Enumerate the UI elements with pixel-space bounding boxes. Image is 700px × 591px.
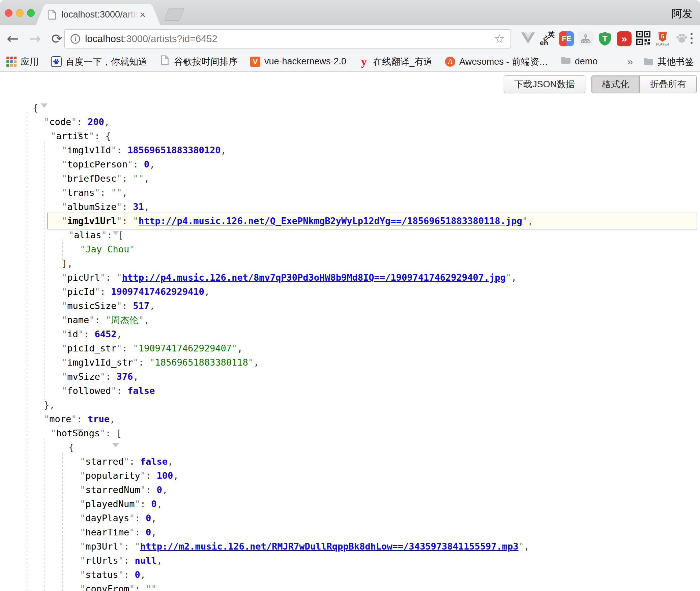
json-token-qs: " bbox=[135, 541, 140, 552]
shield-t-icon[interactable]: T bbox=[597, 29, 613, 49]
json-token-q: " bbox=[118, 541, 124, 552]
close-window-button[interactable] bbox=[5, 9, 12, 17]
json-token-q: " bbox=[62, 343, 67, 353]
json-token-s: 19097417462929407 bbox=[139, 343, 232, 353]
other-bookmarks-label: 其他书签 bbox=[658, 56, 694, 68]
json-token-p: , bbox=[168, 456, 173, 467]
json-token-q: " bbox=[140, 470, 146, 481]
vue-devtools-icon[interactable] bbox=[520, 29, 536, 49]
bookmark-youdao[interactable]: y在线翻译_有道 bbox=[358, 56, 433, 68]
json-line-trans: "trans": "", bbox=[0, 186, 700, 200]
json-token-k: picId_str bbox=[67, 343, 116, 353]
json-token-q: " bbox=[62, 371, 67, 382]
json-token-p: , bbox=[144, 173, 149, 184]
json-token-q: " bbox=[117, 343, 122, 353]
json-token-q: " bbox=[111, 385, 116, 396]
json-token-q: " bbox=[100, 371, 106, 382]
bookmark-baidu-paw[interactable]: 百度一下，你就知道 bbox=[51, 56, 147, 68]
youdao-icon: y bbox=[358, 56, 369, 67]
sitemap-icon[interactable] bbox=[578, 29, 594, 49]
json-link[interactable]: http://p4.music.126.net/8mv7qP30Pd3oHW8b… bbox=[122, 272, 506, 283]
json-token-k: id bbox=[67, 329, 78, 339]
json-token-p: , bbox=[173, 470, 178, 481]
json-token-q: " bbox=[129, 527, 135, 537]
paw-icon[interactable] bbox=[674, 29, 690, 49]
collapse-triangle-icon[interactable] bbox=[41, 103, 48, 118]
json-token-q: " bbox=[62, 357, 67, 368]
collapse-triangle-icon[interactable] bbox=[112, 443, 119, 458]
json-line-img1v1Id_str: "img1v1Id_str": "18569651883380118", bbox=[0, 355, 700, 370]
json-token-q: " bbox=[44, 414, 49, 424]
svg-text:T: T bbox=[603, 34, 608, 43]
json-token-q: " bbox=[62, 301, 67, 311]
json-token-p: : bbox=[77, 414, 88, 424]
qrcode-icon[interactable] bbox=[635, 29, 651, 49]
json-link[interactable]: http://m2.music.126.net/RMJR7wDullRqppBk… bbox=[140, 541, 519, 552]
forward-button[interactable]: → bbox=[29, 29, 41, 48]
json-token-n: 6452 bbox=[95, 329, 117, 339]
profile-name[interactable]: 阿发 bbox=[672, 7, 693, 21]
json-line-img1v1Url: "img1v1Url": "http://p4.music.126.net/Q_… bbox=[0, 214, 700, 228]
json-line-picId_str: "picId_str": "19097417462929407", bbox=[0, 341, 700, 355]
translate-icon[interactable]: 英en⇄ bbox=[539, 29, 555, 49]
json-token-p: , bbox=[254, 357, 259, 368]
bookmark-awesomes[interactable]: AAwesomes - 前端资… bbox=[445, 56, 548, 68]
back-button[interactable]: ← bbox=[7, 29, 19, 48]
download-json-button[interactable]: 下载JSON数据 bbox=[504, 75, 585, 93]
json-token-k: topicPerson bbox=[67, 159, 127, 169]
svg-text:5: 5 bbox=[661, 34, 664, 39]
json-line-mp3Url: "mp3Url": "http://m2.music.126.net/RMJR7… bbox=[0, 539, 700, 554]
bookmark-page[interactable]: 谷歌按时间排序 bbox=[159, 56, 238, 68]
json-token-k: starredNum bbox=[85, 485, 140, 495]
json-token-k: picUrl bbox=[67, 272, 100, 283]
json-token-p: : bbox=[122, 173, 133, 184]
json-token-qs: " bbox=[506, 272, 511, 283]
json-token-qs: " bbox=[117, 272, 122, 283]
address-bar[interactable]: localhost:3000/artists?id=6452 ☆ bbox=[64, 29, 511, 49]
json-token-q: " bbox=[62, 385, 67, 396]
json-link[interactable]: http://p4.music.126.net/Q_ExePNkmgB2yWyL… bbox=[139, 216, 522, 226]
folder-icon bbox=[643, 56, 654, 67]
html5-player-icon[interactable]: 5PLAYER bbox=[654, 29, 671, 49]
json-token-qs: " bbox=[133, 216, 138, 226]
json-token-q: " bbox=[80, 470, 85, 481]
json-token-p: , bbox=[237, 343, 242, 353]
json-token-p: [ bbox=[118, 230, 123, 240]
other-bookmarks-folder[interactable]: 其他书签 bbox=[643, 56, 694, 68]
json-line-img1v1Id: "img1v1Id": 18569651883380120, bbox=[0, 143, 700, 157]
json-token-n: 200 bbox=[88, 117, 104, 127]
url-host: localhost bbox=[85, 33, 123, 44]
json-line: "Jay Chou" bbox=[0, 242, 700, 256]
tab-close-icon[interactable]: × bbox=[140, 9, 146, 20]
json-token-k: img1v1Url bbox=[67, 216, 116, 226]
minimize-window-button[interactable] bbox=[16, 9, 24, 17]
bookmark-apps-grid[interactable]: 应用 bbox=[6, 56, 39, 68]
json-token-q: " bbox=[71, 117, 77, 127]
fe-icon[interactable]: FE bbox=[558, 29, 575, 49]
json-token-p: : bbox=[146, 485, 157, 495]
json-token-p: : bbox=[117, 385, 128, 396]
collapse-all-button[interactable]: 折叠所有 bbox=[640, 75, 697, 93]
json-token-q: " bbox=[100, 272, 106, 283]
bookmark-vue[interactable]: Vvue-hackernews-2.0 bbox=[250, 56, 346, 67]
reload-button[interactable]: ⟳ bbox=[51, 29, 63, 48]
fastforward-icon[interactable]: » bbox=[616, 29, 632, 49]
browser-menu-button[interactable] bbox=[689, 32, 694, 45]
page-info-icon[interactable] bbox=[70, 34, 81, 44]
json-line-musicSize: "musicSize": 517, bbox=[0, 299, 700, 313]
json-token-q: " bbox=[62, 173, 67, 184]
bookmarks-overflow-chevron[interactable]: » bbox=[627, 56, 633, 67]
new-tab-button[interactable] bbox=[164, 8, 184, 21]
maximize-window-button[interactable] bbox=[27, 9, 35, 17]
tab-strip: localhost:3000/artists?id=645 × 阿发 bbox=[0, 0, 700, 25]
json-token-p: : bbox=[135, 584, 146, 591]
json-token-q: " bbox=[80, 499, 85, 509]
bookmark-star-icon[interactable]: ☆ bbox=[494, 31, 505, 46]
json-token-p: : bbox=[122, 201, 133, 212]
format-button[interactable]: 格式化 bbox=[591, 75, 640, 93]
json-token-p: ], bbox=[62, 258, 73, 269]
json-token-p: , bbox=[151, 513, 156, 523]
json-token-q: " bbox=[62, 329, 67, 339]
browser-tab[interactable]: localhost:3000/artists?id=645 × bbox=[45, 4, 151, 26]
bookmark-folder[interactable]: demo bbox=[560, 56, 598, 67]
